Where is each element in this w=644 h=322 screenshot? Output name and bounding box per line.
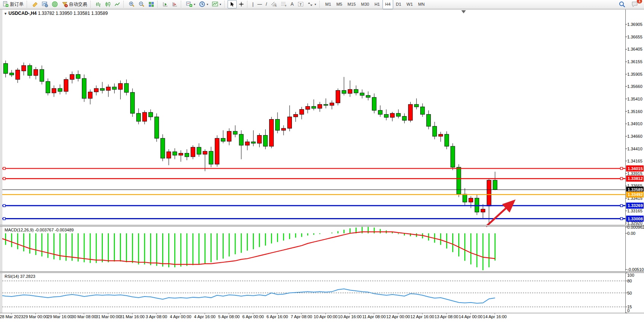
separator [224,1,226,8]
chart-canvas[interactable]: 1.369051.366551.364051.361551.359051.356… [0,0,644,322]
vertical-line-tool-button[interactable]: | [250,0,255,8]
candle-body [432,126,437,136]
period-m5-button[interactable]: M5 [334,0,345,9]
tile-windows-button[interactable] [147,0,156,8]
periods-menu-button[interactable]: ▾ [197,0,210,8]
new-order-icon [3,1,9,7]
rsi-axis-label: 80 [627,279,632,283]
crayon-icon [32,1,38,7]
chart-menu-arrow-icon[interactable]: ▼ [4,12,7,16]
zoom-out-button[interactable] [137,0,147,8]
arrows-tool-button[interactable]: ▾ [306,0,318,8]
dropdown-arrow-icon: ▾ [315,3,316,6]
crosshair-tool-button[interactable] [237,0,246,8]
chart-title-bar[interactable]: ▼ USDCAD-,H4 1.33782 1.33950 1.33581 1.3… [4,11,108,16]
price-line-badge-label: 1.33812 [628,176,643,181]
text-label-tool-button[interactable]: T [296,0,306,8]
signal-button[interactable] [50,0,60,8]
period-m15-button[interactable]: M15 [345,0,358,9]
candle-body [293,114,298,117]
candle-body [378,110,383,114]
candle-body [64,80,68,91]
text-tool-button[interactable]: A [289,0,296,8]
period-h4-button[interactable]: H4 [383,0,393,9]
macd-axis-label: 0.00 [627,231,635,236]
candle-chart-type-button[interactable] [103,0,113,8]
candle-body [245,142,249,145]
line-handle[interactable] [3,218,5,220]
signal-icon [52,1,58,7]
bar-chart-type-button[interactable] [94,0,103,8]
rsi-axis-label: 100 [627,273,634,277]
period-h1-button[interactable]: H1 [372,0,383,9]
candle-body [76,75,80,78]
price-axis-label: 1.35660 [627,84,642,89]
candle-body [124,83,129,92]
period-w1-button[interactable]: W1 [404,0,416,9]
period-d1-button[interactable]: D1 [393,0,404,9]
search-button[interactable] [617,0,627,8]
candle-body [312,106,316,108]
new-order-button[interactable]: 新订单 [1,0,26,8]
price-line-badge-label: 1.33492 [628,192,643,197]
candle-body [185,153,189,157]
cursor-tool-button[interactable] [228,0,237,8]
trendline-icon: / [266,2,267,6]
rsi-axis-label: 0 [627,308,630,313]
candle-body [438,134,443,136]
candle-body [487,180,491,206]
line-handle[interactable] [620,204,623,207]
line-handle[interactable] [620,167,623,170]
price-line-badge-label: 1.33269 [628,203,643,208]
equidistant-channel-icon: E [271,2,277,7]
notifications-button[interactable]: 1 [630,0,640,8]
line-handle[interactable] [3,177,5,180]
line-handle[interactable] [3,204,5,207]
vertical-line-icon: | [252,2,253,6]
profile-charts-button[interactable] [40,0,50,8]
line-chart-type-button[interactable] [113,0,122,8]
time-axis-label: 7 Apr 08:00 [291,314,312,319]
macd-axis-label: -0.005107 [627,267,644,272]
period-m30-button[interactable]: M30 [359,0,372,9]
candle-body [427,114,431,126]
chart-shift-button[interactable] [170,0,180,8]
candle-body [408,104,413,120]
time-axis-label: 28 Mar 2023 [0,314,23,319]
zoom-out-icon [139,1,145,7]
candle-body [360,93,364,96]
price-axis-label: 1.34165 [627,159,642,163]
time-axis-label: 4 Apr 16:00 [194,314,215,319]
candle-body [215,138,219,164]
period-m1-button[interactable]: M1 [323,0,334,9]
indicators-button[interactable]: ▾ [184,0,197,8]
candle-body [148,112,153,117]
time-axis-label: 29 Mar 16:00 [48,314,72,319]
candle-body [287,117,292,128]
candle-body [22,65,26,71]
time-axis-label: 13 Apr 08:00 [435,314,458,319]
line-handle[interactable] [620,177,623,180]
period-mn-button[interactable]: MN [416,0,427,9]
time-axis-label: 3 Apr 08:00 [146,314,167,319]
horizontal-line-tool-button[interactable]: — [255,0,264,8]
trendline-tool-button[interactable]: / [264,0,269,8]
time-axis-label: 4 Apr 00:00 [170,314,191,319]
templates-button[interactable]: ▾ [210,0,223,8]
candle-body [251,142,255,143]
price-axis-label: 1.34660 [627,134,642,139]
auto-scroll-button[interactable] [161,0,170,8]
fibonacci-tool-button[interactable]: F [279,0,289,8]
crayon-tool-button[interactable] [30,0,40,8]
zoom-in-button[interactable] [127,0,137,8]
text-tool-icon: A [291,2,294,6]
price-axis-label: 1.35905 [627,72,642,77]
macd-indicator-label: MACD(12,26,9) -0.003767 -0.003489 [5,228,74,232]
line-handle[interactable] [3,167,5,170]
line-handle[interactable] [620,218,623,220]
channel-tool-button[interactable]: E [269,0,279,8]
autotrading-button[interactable]: 自动交易 [60,0,89,8]
chart-shift-icon [172,2,178,7]
bar-chart-icon [96,2,101,7]
chart-background[interactable] [0,9,644,322]
